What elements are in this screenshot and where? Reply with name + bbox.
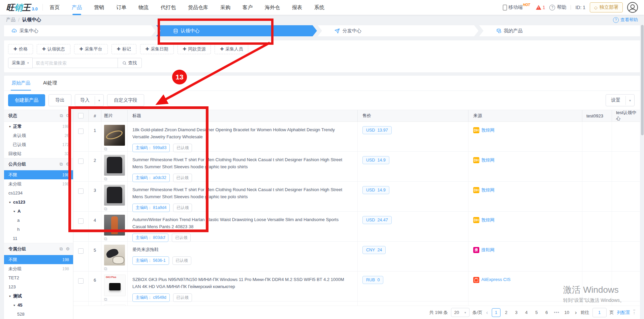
app-logo[interactable]: 旺销王 3.0 <box>6 3 38 12</box>
page-button-10[interactable]: 10 <box>562 308 571 317</box>
page-button-3[interactable]: 3 <box>512 308 521 317</box>
source-link[interactable]: 搜鞋网 <box>481 247 494 253</box>
filter-chip-标记[interactable]: ✚标记 <box>111 44 136 54</box>
alert-indicator[interactable]: ! 1 <box>536 5 545 10</box>
sidebar-item-11[interactable]: 11 <box>4 234 73 243</box>
main-code-badge[interactable]: 主编码： c9549d <box>132 293 170 302</box>
step-采集中心[interactable]: 采集中心 <box>4 25 156 36</box>
main-code-badge[interactable]: 主编码： 81a9d4 <box>132 204 170 212</box>
price-badge[interactable]: USD13.97 <box>362 126 392 134</box>
product-image[interactable] <box>104 155 125 176</box>
product-image[interactable] <box>104 245 125 265</box>
filter-chip-同款货源[interactable]: ✚同款货源 <box>178 44 211 54</box>
filter-chip-认领状态[interactable]: ✚认领状态 <box>37 44 70 54</box>
nav-item-系统[interactable]: 系统 <box>314 0 324 15</box>
sidebar-item-未认领[interactable]: 未认领26 <box>4 131 73 140</box>
back-to-top-icon[interactable]: ↑ <box>633 310 636 315</box>
step-认领中心[interactable]: 认领中心 <box>156 25 317 36</box>
price-badge[interactable]: USD14.9 <box>362 156 389 164</box>
copy-icon[interactable]: ⧉ <box>104 266 107 272</box>
sidebar-item-h[interactable]: h <box>4 225 73 234</box>
price-badge[interactable]: CNY24 <box>362 246 386 254</box>
sidebar-item-123[interactable]: 123 <box>4 282 73 291</box>
help-link[interactable]: ? 帮助 <box>549 4 566 10</box>
copy-icon[interactable]: ⧉ <box>104 146 107 152</box>
collection-icon[interactable]: ⧉ <box>60 162 63 167</box>
row-checkbox[interactable] <box>78 248 84 254</box>
row-checkbox[interactable] <box>78 218 84 224</box>
nav-item-货品仓库[interactable]: 货品仓库 <box>188 0 208 15</box>
product-title[interactable]: 18k Gold-plated Zircon Diamond Designer … <box>132 127 353 141</box>
nav-item-采购[interactable]: 采购 <box>220 0 230 15</box>
create-product-button[interactable]: 创建新产品 <box>8 94 45 106</box>
price-badge[interactable]: USD24.47 <box>362 216 392 224</box>
row-checkbox[interactable] <box>78 278 84 284</box>
sidebar-item-45[interactable]: ▼45 <box>4 300 73 310</box>
nav-item-海外仓[interactable]: 海外仓 <box>265 0 280 15</box>
sidebar-item-不限[interactable]: 不限198 <box>4 255 73 264</box>
settings-button[interactable]: 设置 ▾ <box>606 94 635 106</box>
vertical-scrollbar[interactable] <box>641 25 644 135</box>
product-title[interactable]: 爱尚来凉拖鞋 <box>132 246 353 253</box>
sidebar-item-回收站[interactable]: 回收站32 <box>4 149 73 158</box>
page-button-5[interactable]: 5 <box>532 308 541 317</box>
row-checkbox[interactable] <box>78 129 84 134</box>
sidebar-item-A[interactable]: ▼A <box>4 207 73 216</box>
product-title[interactable]: Summer Rhinestone Rivet T shirt For Men … <box>132 156 353 171</box>
sidebar-item-528[interactable]: 528 <box>4 310 73 319</box>
filter-chip-价格[interactable]: ✚价格 <box>8 44 33 54</box>
prev-page-button[interactable]: ‹ <box>485 309 489 316</box>
page-button-1[interactable]: 1 <box>492 308 501 317</box>
main-code-badge[interactable]: 主编码： 599a83 <box>132 144 170 152</box>
product-title[interactable]: SZBOX GK3 Plus N95/N97/N150 МИНИ-ПК Wind… <box>132 276 353 290</box>
sidebar-item-a[interactable]: a <box>4 216 73 225</box>
caret-down-icon[interactable]: ▼ <box>13 210 16 213</box>
product-image[interactable] <box>104 125 125 146</box>
chevron-down-icon[interactable]: ▾ <box>625 96 634 105</box>
source-link[interactable]: 敦煌网 <box>481 127 494 133</box>
product-image[interactable]: GK3 Plus <box>104 275 126 296</box>
step-分发中心[interactable]: 分发中心 <box>318 25 479 36</box>
step-我的产品[interactable]: 我的产品 <box>479 25 640 36</box>
product-title[interactable]: Summer Rhinestone Rivet T shirt For Men … <box>132 186 353 201</box>
nav-item-物流[interactable]: 物流 <box>138 0 149 15</box>
goto-page-input[interactable] <box>592 308 607 317</box>
custom-fields-button[interactable]: 自定义字段 <box>107 94 144 106</box>
sidebar-item-不限[interactable]: 不限198 <box>4 170 73 179</box>
filter-chip-采集人员[interactable]: ✚采集人员 <box>215 44 248 54</box>
export-button[interactable]: 导出 <box>49 94 71 106</box>
sidebar-item-未分组[interactable]: 未分组198 <box>4 264 73 273</box>
caret-down-icon[interactable]: ▼ <box>13 304 16 307</box>
price-badge[interactable]: USD14.9 <box>362 186 389 194</box>
filter-chip-采集平台[interactable]: ✚采集平台 <box>74 44 108 54</box>
sidebar-item-TET2[interactable]: TET2 <box>4 273 73 282</box>
sidebar-item-正常[interactable]: ▼正常198 <box>4 122 73 131</box>
search-button[interactable]: 查找 <box>118 58 142 68</box>
import-button[interactable]: 导入 ▾ <box>75 94 104 106</box>
price-badge[interactable]: RUB0 <box>362 276 383 284</box>
column-config-link[interactable]: 列配置 <box>617 310 630 316</box>
search-input[interactable] <box>33 58 118 68</box>
page-button-4[interactable]: 4 <box>522 308 531 317</box>
nav-item-代打包[interactable]: 代打包 <box>161 0 176 15</box>
source-link[interactable]: 敦煌网 <box>481 187 494 193</box>
product-image[interactable] <box>104 215 125 236</box>
refresh-icon[interactable]: ⟳ <box>66 113 70 118</box>
deploy-button[interactable]: ◇ 独立部署 <box>590 2 623 12</box>
copy-icon[interactable]: ⧉ <box>104 236 107 242</box>
sidebar-item-cs1234[interactable]: cs1234 <box>4 188 73 198</box>
nav-item-订单[interactable]: 订单 <box>116 0 126 15</box>
main-code-badge[interactable]: 主编码： 803dcf <box>132 234 168 242</box>
nav-item-报表[interactable]: 报表 <box>292 0 302 15</box>
nav-item-首页[interactable]: 首页 <box>50 0 60 15</box>
row-checkbox[interactable] <box>78 188 84 194</box>
nav-item-产品[interactable]: 产品 <box>72 0 82 15</box>
sidebar-item-cs123[interactable]: ▼cs123 <box>4 198 73 207</box>
main-code-badge[interactable]: 主编码： a0dc32 <box>132 174 170 182</box>
nav-item-营销[interactable]: 营销 <box>94 0 104 15</box>
product-title[interactable]: Autumn/Winter Fashion Trend Harlan Elast… <box>132 216 353 231</box>
source-link[interactable]: 敦煌网 <box>481 157 494 163</box>
avatar[interactable] <box>627 2 638 13</box>
filter-chip-采集日期[interactable]: ✚采集日期 <box>140 44 174 54</box>
sidebar-item-未分组[interactable]: 未分组198 <box>4 179 73 188</box>
